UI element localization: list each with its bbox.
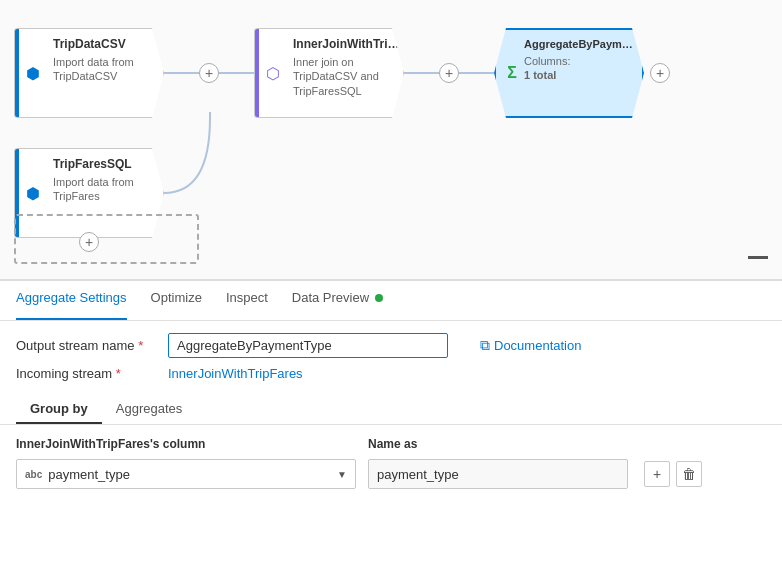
csv-icon-2: ⬢ bbox=[26, 184, 40, 203]
sub-tabs: Group by Aggregates bbox=[0, 389, 782, 425]
node-title-2: TripFaresSQL bbox=[53, 157, 132, 171]
pipeline-row: ⬢ TripDataCSV Import data from TripDataC… bbox=[14, 28, 644, 118]
plus-icon: + bbox=[653, 466, 661, 482]
data-preview-dot bbox=[375, 294, 383, 302]
incoming-stream-link[interactable]: InnerJoinWithTripFares bbox=[168, 366, 303, 381]
output-stream-label: Output stream name * bbox=[16, 338, 156, 353]
settings-panel: Aggregate Settings Optimize Inspect Data… bbox=[0, 280, 782, 567]
plus-btn-3[interactable]: + bbox=[650, 63, 670, 83]
sub-tab-aggregates[interactable]: Aggregates bbox=[102, 395, 197, 424]
add-row-button[interactable]: + bbox=[644, 461, 670, 487]
column-row: abc payment_type ▼ + 🗑 bbox=[16, 459, 766, 489]
tabs-bar: Aggregate Settings Optimize Inspect Data… bbox=[0, 281, 782, 321]
delete-row-button[interactable]: 🗑 bbox=[676, 461, 702, 487]
tab-inspect[interactable]: Inspect bbox=[226, 282, 268, 320]
column-config: InnerJoinWithTripFares's column Name as … bbox=[0, 425, 782, 567]
tab-data-preview[interactable]: Data Preview bbox=[292, 282, 383, 320]
tab-aggregate-settings[interactable]: Aggregate Settings bbox=[16, 282, 127, 320]
join-icon: ⬡ bbox=[266, 64, 280, 83]
node-subtitle: Columns: 1 total bbox=[524, 54, 570, 83]
column-header-nameas: Name as bbox=[368, 437, 628, 451]
dashed-placeholder bbox=[14, 214, 199, 264]
agg-icon: Σ bbox=[507, 64, 517, 82]
node-aggregate[interactable]: Σ AggregateByPaymentTy... Columns: 1 tot… bbox=[494, 28, 644, 118]
required-star-2: * bbox=[116, 366, 121, 381]
external-link-icon: ⧉ bbox=[480, 337, 490, 354]
incoming-stream-row: Incoming stream * InnerJoinWithTripFares bbox=[16, 366, 766, 381]
node-subtitle-2: Import data from TripFares bbox=[53, 175, 153, 204]
incoming-stream-label: Incoming stream * bbox=[16, 366, 156, 381]
column-dropdown[interactable]: abc payment_type ▼ bbox=[16, 459, 356, 489]
tab-optimize[interactable]: Optimize bbox=[151, 282, 202, 320]
column-headers: InnerJoinWithTripFares's column Name as bbox=[16, 437, 766, 451]
csv-icon: ⬢ bbox=[26, 64, 40, 83]
plus-btn-2[interactable]: + bbox=[439, 63, 459, 83]
connector-1: + bbox=[164, 63, 254, 83]
trash-icon: 🗑 bbox=[682, 466, 696, 482]
minimize-button[interactable] bbox=[748, 256, 768, 259]
node-subtitle: Inner join on TripDataCSV and TripFaresS… bbox=[293, 55, 393, 98]
documentation-button[interactable]: ⧉ Documentation bbox=[480, 337, 581, 354]
name-as-input[interactable] bbox=[368, 459, 628, 489]
output-stream-row: Output stream name * ⧉ Documentation bbox=[16, 333, 766, 358]
column-value: payment_type bbox=[48, 467, 337, 482]
column-header-source: InnerJoinWithTripFares's column bbox=[16, 437, 356, 451]
node-innerjoin[interactable]: ⬡ InnerJoinWithTripFares Inner join on T… bbox=[254, 28, 404, 118]
node-subtitle: Import data from TripDataCSV bbox=[53, 55, 153, 84]
type-badge: abc bbox=[25, 469, 42, 480]
canvas-area: ⬢ TripDataCSV Import data from TripDataC… bbox=[0, 0, 782, 280]
node-title: AggregateByPaymentTy... bbox=[524, 38, 634, 50]
chevron-down-icon: ▼ bbox=[337, 469, 347, 480]
sub-tab-groupby[interactable]: Group by bbox=[16, 395, 102, 424]
node-tripdatacsv[interactable]: ⬢ TripDataCSV Import data from TripDataC… bbox=[14, 28, 164, 118]
plus-btn-1[interactable]: + bbox=[199, 63, 219, 83]
connector-2: + bbox=[404, 63, 494, 83]
form-area: Output stream name * ⧉ Documentation Inc… bbox=[0, 321, 782, 389]
output-stream-input[interactable] bbox=[168, 333, 448, 358]
node-title: TripDataCSV bbox=[53, 37, 126, 51]
node-title: InnerJoinWithTripFares bbox=[293, 37, 403, 51]
required-star: * bbox=[138, 338, 143, 353]
action-buttons: + 🗑 bbox=[644, 461, 702, 487]
